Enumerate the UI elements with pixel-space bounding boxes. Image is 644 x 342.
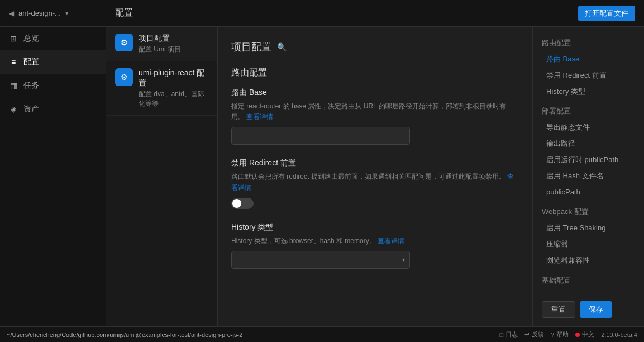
lang-label: 中文 (582, 330, 594, 339)
plugin-config-sub: 配置 dva、antd、国际化等等 (139, 89, 208, 108)
route-base-link[interactable]: 查看详情 (246, 113, 273, 121)
right-nav-routing: 路由配置 路由 Base 禁用 Redirect 前置 History 类型 (533, 36, 644, 99)
right-nav-item-compressor[interactable]: 压缩器 (533, 236, 644, 253)
help-icon: ? (551, 331, 554, 338)
config-item-route-base: 路由 Base 指定 react-router 的 base 属性，决定路由从 … (231, 88, 519, 145)
log-icon: □ (499, 331, 503, 338)
right-nav-deploy: 部署配置 导出静态文件 输出路径 启用运行时 publicPath 启用 Has… (533, 104, 644, 200)
right-nav-deploy-title: 部署配置 (533, 104, 644, 118)
bottombar-help[interactable]: ? 帮助 (551, 330, 569, 339)
sidebar2: ⚙ 项目配置 配置 Umi 项目 ⚙ umi-plugin-react 配置 配… (106, 27, 218, 326)
overview-icon: ⊞ (9, 34, 18, 43)
right-nav-webpack: Webpack 配置 启用 Tree Shaking 压缩器 浏览器兼容性 (533, 205, 644, 268)
sidebar-item-config-label: 配置 (23, 57, 39, 67)
sidebar2-item-project-config[interactable]: ⚙ 项目配置 配置 Umi 项目 (106, 27, 217, 61)
topbar-left: ◀ ant-design-... ▾ (9, 9, 115, 17)
content-header: 项目配置 🔍 (231, 40, 519, 54)
plugin-config-title: umi-plugin-react 配置 (139, 68, 208, 88)
sidebar-item-overview-label: 总览 (23, 34, 39, 44)
bottombar: ~/Users/chencheng/Code/github.com/umijs/… (0, 326, 644, 342)
page-title: 配置 (115, 7, 578, 19)
bottombar-lang[interactable]: 中文 (575, 330, 594, 339)
content-area: 项目配置 🔍 路由配置 路由 Base 指定 react-router 的 ba… (218, 27, 532, 326)
project-config-icon: ⚙ (115, 34, 133, 51)
status-dot (575, 332, 580, 337)
sidebar-item-overview[interactable]: ⊞ 总览 (0, 27, 106, 50)
project-name: ant-design-... (18, 9, 61, 17)
project-config-text: 项目配置 配置 Umi 项目 (139, 34, 181, 54)
history-type-desc: History 类型，可选 browser、hash 和 memory。 查看详… (231, 236, 519, 246)
tasks-icon: ▦ (9, 81, 18, 90)
feedback-label: 反馈 (532, 330, 544, 339)
project-config-title: 项目配置 (139, 34, 181, 44)
right-nav-item-disable-redirect[interactable]: 禁用 Redirect 前置 (533, 68, 644, 84)
right-nav-item-history-type[interactable]: History 类型 (533, 84, 644, 100)
version-label: 2.10.0-beta.4 (601, 331, 637, 338)
toggle-knob (232, 199, 241, 208)
sidebar: ⊞ 总览 ≡ 配置 ▦ 任务 ◈ 资产 (0, 27, 106, 326)
right-nav-item-publicpath[interactable]: publicPath (533, 184, 644, 201)
route-base-title: 路由 Base (231, 88, 519, 98)
right-nav-item-output-path[interactable]: 输出路径 (533, 136, 644, 152)
config-item-disable-redirect: 禁用 Redirect 前置 路由默认会把所有 redirect 提到路由最前面… (231, 158, 519, 208)
config-item-history-type: History 类型 History 类型，可选 browser、hash 和 … (231, 222, 519, 269)
route-base-input[interactable] (231, 127, 410, 145)
bottombar-feedback[interactable]: ↩ 反馈 (524, 330, 544, 339)
right-nav-item-browser-compat[interactable]: 浏览器兼容性 (533, 253, 644, 269)
right-nav-item-tree-shaking[interactable]: 启用 Tree Shaking (533, 220, 644, 236)
assets-icon: ◈ (9, 104, 18, 113)
project-config-sub: 配置 Umi 项目 (139, 45, 181, 54)
disable-redirect-desc: 路由默认会把所有 redirect 提到路由最前面，如果遇到相关匹配问题，可通过… (231, 172, 519, 193)
right-nav-base: 基础配置 (533, 273, 644, 288)
feedback-icon: ↩ (524, 331, 529, 338)
footer-actions: 重置 保存 (533, 301, 644, 318)
back-icon[interactable]: ◀ (9, 10, 14, 17)
main-layout: ⊞ 总览 ≡ 配置 ▦ 任务 ◈ 资产 ⚙ 项目配置 配置 Umi 项目 ⚙ u… (0, 27, 644, 326)
save-button[interactable]: 保存 (580, 301, 612, 318)
route-base-desc: 指定 react-router 的 base 属性，决定路由从 URL 的哪层路… (231, 101, 519, 122)
sidebar-item-config[interactable]: ≡ 配置 (0, 50, 106, 74)
sidebar-item-tasks-label: 任务 (23, 80, 39, 91)
chevron-down-icon: ▾ (402, 256, 405, 263)
bottombar-log[interactable]: □ 日志 (499, 330, 518, 339)
open-config-button[interactable]: 打开配置文件 (578, 6, 635, 21)
history-type-title: History 类型 (231, 222, 519, 232)
right-nav-item-route-base[interactable]: 路由 Base (533, 51, 644, 68)
bottombar-path: ~/Users/chencheng/Code/github.com/umijs/… (7, 331, 493, 338)
sidebar-item-assets-label: 资产 (23, 104, 39, 114)
history-type-link[interactable]: 查看详情 (378, 237, 404, 245)
help-label: 帮助 (556, 330, 569, 339)
sidebar-item-assets[interactable]: ◈ 资产 (0, 97, 106, 121)
sidebar2-item-plugin-config[interactable]: ⚙ umi-plugin-react 配置 配置 dva、antd、国际化等等 (106, 61, 217, 116)
disable-redirect-toggle[interactable] (231, 198, 254, 209)
dropdown-icon[interactable]: ▾ (65, 10, 69, 17)
history-type-select[interactable]: ▾ (231, 251, 410, 269)
right-nav-base-title: 基础配置 (533, 273, 644, 288)
content-title: 项目配置 (231, 40, 271, 54)
right-nav-routing-title: 路由配置 (533, 36, 644, 50)
right-nav-item-hash-filename[interactable]: 启用 Hash 文件名 (533, 168, 644, 184)
right-nav: 路由配置 路由 Base 禁用 Redirect 前置 History 类型 部… (532, 27, 644, 326)
bottombar-version: 2.10.0-beta.4 (601, 331, 637, 338)
log-label: 日志 (505, 330, 518, 339)
right-nav-webpack-title: Webpack 配置 (533, 205, 644, 219)
topbar: ◀ ant-design-... ▾ 配置 打开配置文件 (0, 0, 644, 27)
right-nav-item-export-static[interactable]: 导出静态文件 (533, 120, 644, 136)
sidebar-item-tasks[interactable]: ▦ 任务 (0, 74, 106, 97)
reset-button[interactable]: 重置 (542, 301, 575, 318)
section-routing-title: 路由配置 (231, 67, 519, 79)
config-icon: ≡ (9, 58, 18, 66)
plugin-config-text: umi-plugin-react 配置 配置 dva、antd、国际化等等 (139, 68, 208, 108)
plugin-config-icon: ⚙ (115, 68, 133, 86)
disable-redirect-title: 禁用 Redirect 前置 (231, 158, 519, 168)
right-nav-item-runtime-publicpath[interactable]: 启用运行时 publicPath (533, 152, 644, 168)
search-icon[interactable]: 🔍 (277, 42, 287, 51)
